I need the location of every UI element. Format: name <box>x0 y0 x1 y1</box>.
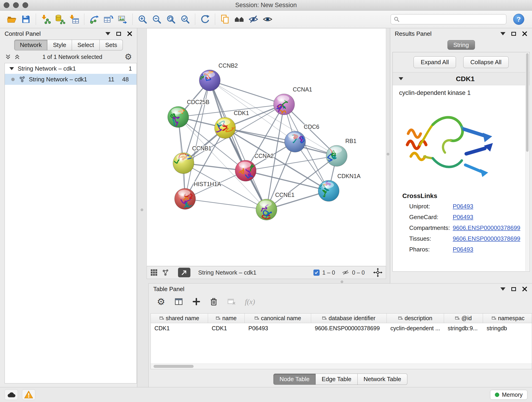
collapse-all-button[interactable]: Collapse All <box>463 56 509 68</box>
copy-button[interactable] <box>218 12 232 26</box>
gear-icon[interactable]: ⚙ <box>125 52 132 62</box>
tab-network-table[interactable]: Network Table <box>358 374 407 385</box>
zoom-selected-button[interactable] <box>178 12 192 26</box>
search-input[interactable] <box>402 16 503 22</box>
close-window-button[interactable] <box>4 2 9 8</box>
network-view-canvas[interactable]: CCNB2CCNA1CDC25BCDK1CDC6RB1CCNB1CCNA2CDK… <box>147 28 386 266</box>
help-button[interactable]: ? <box>513 14 524 25</box>
pan-crosshair-icon[interactable] <box>373 268 383 277</box>
expand-all-icon[interactable] <box>14 54 20 60</box>
scrollbar-thumb[interactable] <box>526 53 529 152</box>
add-column-icon[interactable] <box>192 298 201 306</box>
crosslink-link[interactable]: P06493 <box>453 203 473 210</box>
network-edge[interactable] <box>185 199 266 210</box>
string-network-graph[interactable]: CCNB2CCNA1CDC25BCDK1CDC6RB1CCNB1CCNA2CDK… <box>147 28 386 266</box>
results-scrollbar[interactable] <box>525 53 529 271</box>
column-header-name[interactable]: name <box>208 313 245 323</box>
hide-selected-button[interactable] <box>246 12 260 26</box>
protein-structure-image <box>399 98 498 190</box>
column-header-shared-name[interactable]: shared name <box>151 313 208 323</box>
zoom-fit-button[interactable] <box>164 12 178 26</box>
import-table-from-file-button[interactable] <box>67 12 81 26</box>
minimize-window-button[interactable] <box>13 2 19 8</box>
close-panel-icon[interactable] <box>127 31 133 36</box>
save-session-button[interactable] <box>19 12 33 26</box>
expand-all-button[interactable]: Expand All <box>413 56 456 68</box>
crosslink-link[interactable]: 9606.ENSP00000378699 <box>453 224 520 231</box>
tab-select[interactable]: Select <box>72 40 100 51</box>
panel-menu-icon[interactable] <box>500 32 505 35</box>
export-image-button[interactable] <box>115 12 130 26</box>
new-table-button[interactable] <box>101 12 115 26</box>
column-header-namespac[interactable]: namespac <box>483 313 532 323</box>
cloud-status-button[interactable] <box>5 389 18 400</box>
zoom-out-button[interactable] <box>150 12 164 26</box>
gene-section-header[interactable]: CDK1 <box>393 72 530 85</box>
sort-column-icon <box>492 316 496 321</box>
panel-menu-icon[interactable] <box>105 32 110 35</box>
horizontal-splitter-handle[interactable] <box>341 281 343 283</box>
table-settings-gear-icon[interactable]: ⚙ <box>157 296 165 307</box>
apply-layout-button[interactable] <box>198 12 212 26</box>
table-row[interactable]: CDK1CDK1P064939606.ENSP00000378699cyclin… <box>151 323 532 333</box>
column-header-description[interactable]: description <box>387 313 444 323</box>
tab-style[interactable]: Style <box>47 40 72 51</box>
import-network-from-database-button[interactable] <box>53 12 67 26</box>
network-edge[interactable] <box>246 171 329 191</box>
collapse-all-icon[interactable] <box>5 54 11 60</box>
network-edge[interactable] <box>266 142 295 210</box>
first-neighbors-button[interactable] <box>232 12 246 26</box>
network-node[interactable]: CCNE1 <box>256 191 294 220</box>
network-node[interactable]: HIST1H1A <box>175 181 221 210</box>
gene-collapse-caret-icon[interactable] <box>399 77 403 80</box>
zoom-in-button[interactable] <box>135 12 150 26</box>
network-overview-icon[interactable] <box>162 269 169 276</box>
network-node[interactable]: CDK1 <box>214 110 249 138</box>
export-network-button[interactable] <box>178 268 190 277</box>
network-edge[interactable] <box>225 128 336 156</box>
column-header-database-identifier[interactable]: database identifier <box>311 313 387 323</box>
close-panel-icon[interactable] <box>522 286 527 292</box>
tab-edge-table[interactable]: Edge Table <box>316 374 358 385</box>
network-node[interactable]: RB1 <box>326 138 356 166</box>
float-panel-icon[interactable] <box>511 32 516 36</box>
vertical-splitter-handle[interactable] <box>141 209 143 211</box>
panel-menu-icon[interactable] <box>500 287 505 291</box>
birdseye-grid-icon[interactable] <box>150 269 158 276</box>
network-collection-row[interactable]: String Network – cdk1 1 <box>5 63 137 74</box>
scrollbar-thumb[interactable] <box>153 365 194 368</box>
network-edge[interactable] <box>210 80 284 104</box>
column-header--id[interactable]: @id <box>444 313 483 323</box>
show-all-button[interactable] <box>260 12 275 26</box>
network-node[interactable]: CCNA1 <box>273 86 312 115</box>
memory-button[interactable]: Memory <box>490 390 527 400</box>
open-session-button[interactable] <box>5 12 19 26</box>
network-node[interactable]: CCNB2 <box>197 62 238 91</box>
selected-checkbox-icon[interactable] <box>313 269 320 276</box>
crosslink-link[interactable]: 9606.ENSP00000378699 <box>453 235 520 242</box>
tree-caret-icon[interactable] <box>9 67 14 70</box>
network-node[interactable]: CCNB1 <box>173 145 211 174</box>
float-panel-icon[interactable] <box>511 287 516 291</box>
import-network-from-file-button[interactable] <box>39 12 53 26</box>
warnings-button[interactable] <box>22 389 35 400</box>
crosslink-link[interactable]: P06493 <box>453 246 473 253</box>
zoom-window-button[interactable] <box>22 2 28 8</box>
new-network-from-selection-button[interactable] <box>87 12 101 26</box>
vertical-splitter-handle[interactable] <box>387 153 389 155</box>
search-field[interactable] <box>391 14 506 24</box>
column-header-canonical-name[interactable]: canonical name <box>245 313 311 323</box>
table-horizontal-scrollbar[interactable] <box>151 364 532 369</box>
close-panel-icon[interactable] <box>522 31 527 36</box>
tab-sets[interactable]: Sets <box>100 40 123 51</box>
network-item-row[interactable]: String Network – cdk1 11 48 <box>5 74 137 85</box>
crosslink-link[interactable]: P06493 <box>453 214 473 221</box>
delete-column-trash-icon[interactable] <box>210 298 218 306</box>
tab-node-table[interactable]: Node Table <box>273 374 316 385</box>
network-edge[interactable] <box>210 80 266 210</box>
tab-string[interactable]: String <box>447 40 475 50</box>
float-panel-icon[interactable] <box>116 32 121 36</box>
network-node[interactable]: CDKN1A <box>318 173 361 201</box>
show-columns-icon[interactable] <box>174 297 183 306</box>
tab-network[interactable]: Network <box>14 40 47 51</box>
